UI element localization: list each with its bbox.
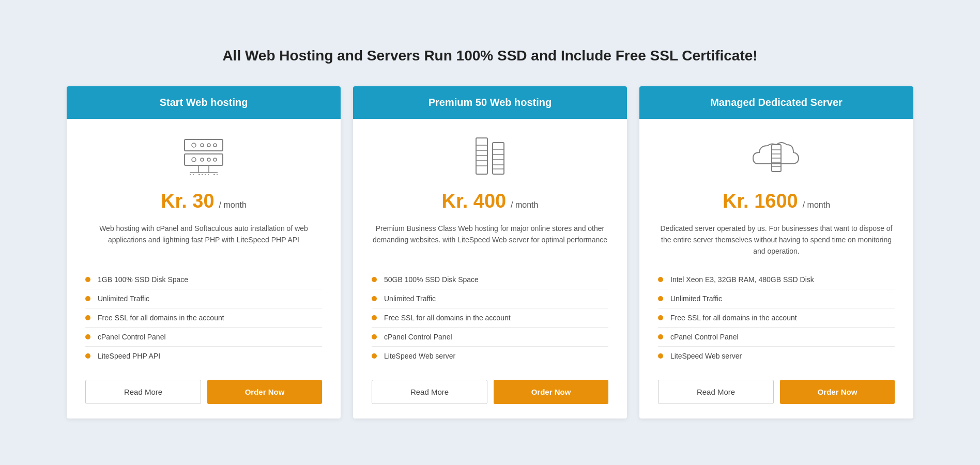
read-more-button[interactable]: Read More: [658, 380, 774, 404]
price-period: / month: [509, 200, 539, 209]
price-period: / month: [217, 200, 247, 209]
bullet-icon: [85, 277, 90, 282]
card-premium-50-web-hosting: Premium 50 Web hosting Kr. 400: [353, 86, 627, 419]
price-row: Kr. 1600 / month: [658, 190, 895, 212]
feature-text: Free SSL for all domains in the account: [98, 314, 224, 322]
bullet-icon: [85, 296, 90, 301]
card-icon: [372, 134, 608, 181]
price-row: Kr. 400 / month: [372, 190, 608, 212]
feature-text: Intel Xeon E3, 32GB RAM, 480GB SSD Disk: [670, 275, 814, 284]
card-description: Premium Business Class Web hosting for m…: [372, 223, 608, 259]
features-list: 1GB 100% SSD Disk Space Unlimited Traffi…: [85, 270, 322, 365]
svg-point-8: [207, 158, 210, 161]
feature-text: Unlimited Traffic: [384, 295, 436, 303]
svg-point-2: [201, 144, 204, 147]
features-list: 50GB 100% SSD Disk Space Unlimited Traff…: [372, 270, 608, 365]
card-header: Start Web hosting: [67, 86, 341, 119]
bullet-icon: [658, 296, 663, 301]
card-header: Premium 50 Web hosting: [353, 86, 627, 119]
feature-item: LiteSpeed Web server: [372, 347, 608, 365]
feature-text: cPanel Control Panel: [670, 333, 739, 341]
card-buttons: Read More Order Now: [658, 380, 895, 404]
feature-text: Unlimited Traffic: [98, 295, 149, 303]
svg-point-3: [207, 144, 210, 147]
feature-text: cPanel Control Panel: [384, 333, 452, 341]
bullet-icon: [372, 277, 377, 282]
svg-point-9: [213, 158, 217, 161]
card-buttons: Read More Order Now: [372, 380, 608, 404]
feature-text: cPanel Control Panel: [98, 333, 166, 341]
price-amount: Kr. 400: [442, 190, 507, 212]
card-description: Dedicated server operated by us. For bus…: [658, 223, 895, 259]
bullet-icon: [372, 334, 377, 339]
feature-text: LiteSpeed Web server: [670, 352, 742, 360]
feature-text: Unlimited Traffic: [670, 295, 722, 303]
card-icon: [85, 134, 322, 181]
card-start-web-hosting: Start Web hosting: [67, 86, 341, 419]
feature-item: cPanel Control Panel: [85, 328, 322, 347]
feature-item: Unlimited Traffic: [85, 289, 322, 308]
feature-text: 1GB 100% SSD Disk Space: [98, 275, 188, 284]
bullet-icon: [372, 315, 377, 320]
feature-item: 1GB 100% SSD Disk Space: [85, 270, 322, 289]
bullet-icon: [372, 353, 377, 359]
feature-item: Free SSL for all domains in the account: [372, 308, 608, 328]
feature-item: LiteSpeed Web server: [658, 347, 895, 365]
bullet-icon: [85, 334, 90, 339]
svg-point-6: [192, 158, 196, 162]
feature-item: Free SSL for all domains in the account: [658, 308, 895, 328]
feature-text: LiteSpeed PHP API: [98, 352, 160, 360]
svg-rect-16: [476, 138, 487, 174]
pricing-cards-container: Start Web hosting: [51, 86, 929, 419]
svg-point-7: [201, 158, 204, 161]
svg-point-1: [192, 143, 196, 147]
feature-item: cPanel Control Panel: [658, 328, 895, 347]
page-title: All Web Hosting and Servers Run 100% SSD…: [222, 47, 757, 65]
feature-item: Unlimited Traffic: [372, 289, 608, 308]
bullet-icon: [658, 353, 663, 359]
price-amount: Kr. 30: [161, 190, 215, 212]
feature-item: Unlimited Traffic: [658, 289, 895, 308]
card-buttons: Read More Order Now: [85, 380, 322, 404]
card-description: Web hosting with cPanel and Softaculous …: [85, 223, 322, 259]
read-more-button[interactable]: Read More: [372, 380, 487, 404]
feature-text: Free SSL for all domains in the account: [384, 314, 511, 322]
svg-point-4: [213, 144, 217, 147]
card-icon: [658, 134, 895, 181]
bullet-icon: [372, 296, 377, 301]
bullet-icon: [85, 315, 90, 320]
feature-item: Intel Xeon E3, 32GB RAM, 480GB SSD Disk: [658, 270, 895, 289]
feature-item: Free SSL for all domains in the account: [85, 308, 322, 328]
feature-text: Free SSL for all domains in the account: [670, 314, 797, 322]
order-now-button[interactable]: Order Now: [494, 380, 608, 404]
bullet-icon: [85, 353, 90, 359]
feature-item: LiteSpeed PHP API: [85, 347, 322, 365]
bullet-icon: [658, 277, 663, 282]
feature-text: LiteSpeed Web server: [384, 352, 455, 360]
price-row: Kr. 30 / month: [85, 190, 322, 212]
bullet-icon: [658, 315, 663, 320]
bullet-icon: [658, 334, 663, 339]
svg-rect-22: [493, 143, 504, 174]
order-now-button[interactable]: Order Now: [207, 380, 322, 404]
order-now-button[interactable]: Order Now: [780, 380, 895, 404]
feature-text: 50GB 100% SSD Disk Space: [384, 275, 479, 284]
price-period: / month: [800, 200, 830, 209]
card-header: Managed Dedicated Server: [639, 86, 913, 119]
features-list: Intel Xeon E3, 32GB RAM, 480GB SSD Disk …: [658, 270, 895, 365]
price-amount: Kr. 1600: [723, 190, 798, 212]
card-managed-dedicated-server: Managed Dedicated Server Kr. 1600 / mont…: [639, 86, 913, 419]
feature-item: 50GB 100% SSD Disk Space: [372, 270, 608, 289]
feature-item: cPanel Control Panel: [372, 328, 608, 347]
read-more-button[interactable]: Read More: [85, 380, 201, 404]
